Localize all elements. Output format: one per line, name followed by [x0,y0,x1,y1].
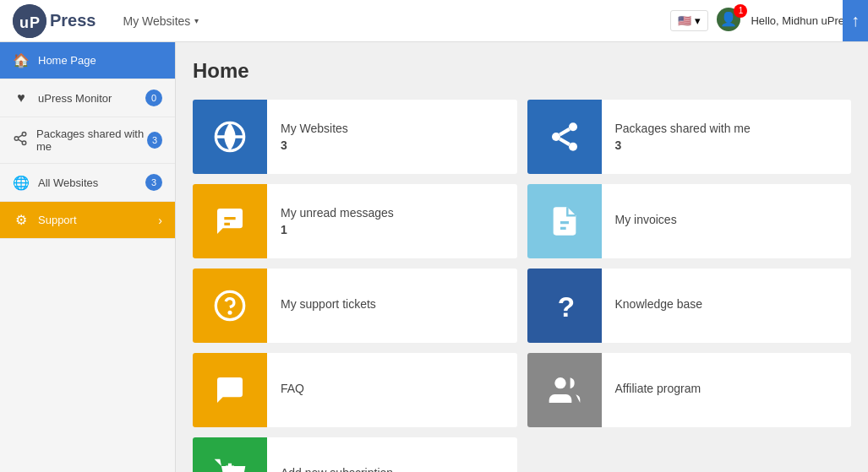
svg-point-11 [552,133,560,141]
card-faq[interactable]: FAQ [193,353,517,427]
svg-point-3 [22,133,26,137]
monitor-icon: ♥ [13,90,30,106]
main-layout: 🏠 Home Page ♥ uPress Monitor 0 Packages … [0,42,868,472]
sidebar-item-all-websites[interactable]: 🌐 All Websites 3 [0,164,175,202]
content-area: Home My Websites 3 [176,42,868,472]
sidebar-item-support-label: Support [38,214,77,226]
card-icon-share [527,100,602,174]
flag-chevron-icon: ▾ [695,14,701,27]
card-icon-group [527,353,602,427]
language-selector[interactable]: 🇺🇸 ▾ [670,10,708,31]
chevron-down-icon: ▾ [194,16,199,25]
card-support-tickets-content: My support tickets [267,287,390,324]
page-title: Home [193,59,851,83]
svg-text:u: u [19,14,29,31]
svg-line-13 [560,139,569,145]
logo[interactable]: u P Press [13,4,96,38]
card-faq-content: FAQ [267,372,318,409]
header-right: 🇺🇸 ▾ 👤 1 Hello, Midhun uPress [670,8,855,35]
card-my-websites-count: 3 [281,138,348,152]
card-my-websites[interactable]: My Websites 3 [193,100,517,174]
card-icon-chat [193,184,267,258]
packages-badge: 3 [147,132,162,149]
card-packages-shared[interactable]: Packages shared with me 3 [527,100,852,174]
card-affiliate[interactable]: Affiliate program [527,353,852,427]
card-subscription-content: Add new subscription [267,456,407,472]
card-messages[interactable]: My unread messages 1 [193,184,517,258]
sidebar-item-monitor[interactable]: ♥ uPress Monitor 0 [0,79,175,117]
svg-point-10 [569,122,577,131]
svg-point-5 [22,141,26,145]
card-packages-shared-title: Packages shared with me [615,122,751,135]
svg-point-12 [569,143,577,151]
card-support-tickets[interactable]: My support tickets [193,269,517,343]
sidebar-item-support[interactable]: ⚙ Support › [0,202,175,239]
svg-line-6 [18,139,22,142]
chevron-right-icon: › [158,214,162,227]
card-packages-shared-content: Packages shared with me 3 [602,111,764,162]
card-subscription-title: Add new subscription [281,466,393,472]
svg-text:P: P [30,14,40,31]
card-invoices[interactable]: My invoices [527,184,852,258]
card-invoices-title: My invoices [615,213,677,226]
card-faq-title: FAQ [281,382,304,395]
card-icon-document [527,184,602,258]
sidebar-item-monitor-label: uPress Monitor [38,92,112,105]
card-invoices-content: My invoices [602,203,691,240]
card-knowledge-base-content: Knowledge base [602,287,717,324]
svg-point-22 [554,377,565,388]
sidebar-item-packages[interactable]: Packages shared with me 3 [0,117,175,164]
header: u P Press My Websites ▾ 🇺🇸 ▾ 👤 1 Hello, … [0,0,868,42]
card-icon-help-circle [193,269,267,343]
card-icon-question: ? [527,269,602,343]
support-icon: ⚙ [13,212,30,228]
card-messages-count: 1 [281,223,394,236]
user-greeting: Hello, Midhun uPress [751,14,855,27]
svg-line-14 [560,129,569,135]
card-messages-title: My unread messages [281,206,394,220]
sidebar-item-home[interactable]: 🏠 Home Page [0,42,175,79]
flag-icon: 🇺🇸 [678,14,691,27]
sidebar-item-all-websites-label: All Websites [38,176,98,189]
user-menu[interactable]: 👤 1 Hello, Midhun uPress [717,8,855,35]
card-icon-cart [193,437,267,472]
svg-text:?: ? [557,291,574,323]
notification-badge: 1 [734,4,747,18]
card-my-websites-title: My Websites [281,122,348,135]
svg-point-4 [14,137,19,141]
home-icon: 🏠 [13,52,30,68]
logo-text: Press [50,11,96,30]
nav-my-websites[interactable]: My Websites ▾ [113,0,210,42]
sidebar: 🏠 Home Page ♥ uPress Monitor 0 Packages … [0,42,176,472]
card-support-tickets-title: My support tickets [281,297,376,311]
svg-line-7 [18,135,22,138]
share-icon [13,131,28,149]
scroll-top-button[interactable]: ↑ [843,0,868,41]
all-websites-badge: 3 [145,174,162,191]
card-icon-chat-bubble [193,353,267,427]
all-websites-icon: 🌐 [13,175,30,191]
avatar: 👤 1 [717,8,744,35]
monitor-badge: 0 [145,90,162,106]
card-my-websites-content: My Websites 3 [267,111,362,162]
cards-grid: My Websites 3 Packages shared with [193,100,851,472]
card-knowledge-base[interactable]: ? Knowledge base [527,269,852,343]
card-affiliate-content: Affiliate program [602,372,715,409]
card-affiliate-title: Affiliate program [615,382,701,395]
logo-icon: u P [13,4,46,38]
card-packages-shared-count: 3 [615,138,751,152]
card-subscription[interactable]: Add new subscription [193,437,517,472]
card-knowledge-base-title: Knowledge base [615,297,703,311]
card-messages-content: My unread messages 1 [267,196,407,247]
sidebar-item-packages-label: Packages shared with me [36,127,147,153]
sidebar-item-home-label: Home Page [38,54,96,67]
card-icon-globe [193,100,267,174]
